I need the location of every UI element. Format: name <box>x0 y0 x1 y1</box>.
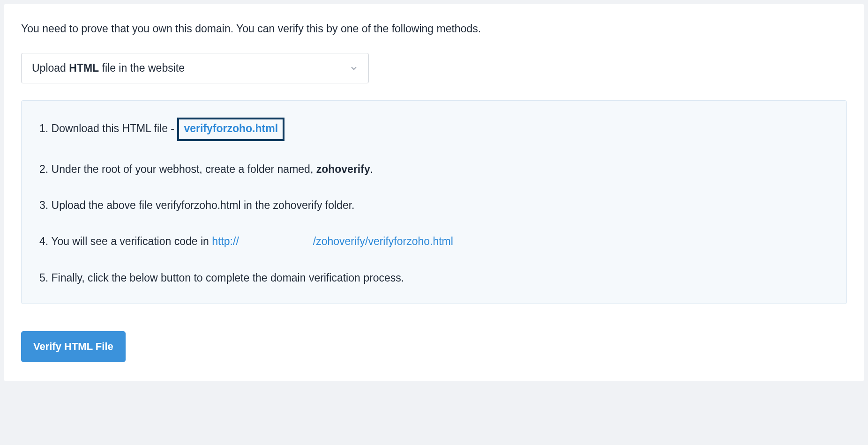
step-1-text: 1. Download this HTML file - <box>39 122 177 134</box>
dropdown-label-prefix: Upload <box>32 62 69 74</box>
step-2-prefix: 2. Under the root of your webhost, creat… <box>39 163 316 175</box>
chevron-down-icon <box>350 64 358 73</box>
verification-url-link[interactable]: http:///zohoverify/verifyforzoho.html <box>212 235 453 247</box>
step-1: 1. Download this HTML file - verifyforzo… <box>39 118 829 141</box>
url-protocol: http:// <box>212 235 239 247</box>
verify-button[interactable]: Verify HTML File <box>21 331 126 362</box>
step-2-suffix: . <box>370 163 373 175</box>
dropdown-label: Upload HTML file in the website <box>32 62 185 74</box>
step-4: 4. You will see a verification code in h… <box>39 234 829 249</box>
dropdown-label-suffix: file in the website <box>99 62 185 74</box>
instructions-box: 1. Download this HTML file - verifyforzo… <box>21 100 847 304</box>
verification-panel: You need to prove that you own this doma… <box>4 4 864 381</box>
verification-method-dropdown[interactable]: Upload HTML file in the website <box>21 53 369 83</box>
step-5: 5. Finally, click the below button to co… <box>39 270 829 286</box>
step-2: 2. Under the root of your webhost, creat… <box>39 162 829 177</box>
step-2-foldername: zohoverify <box>316 163 370 175</box>
dropdown-label-bold: HTML <box>69 62 99 74</box>
intro-text: You need to prove that you own this doma… <box>21 21 847 36</box>
step-4-prefix: 4. You will see a verification code in <box>39 235 212 247</box>
url-path: /zohoverify/verifyforzoho.html <box>313 235 453 247</box>
step-3: 3. Upload the above file verifyforzoho.h… <box>39 198 829 213</box>
download-file-link[interactable]: verifyforzoho.html <box>177 118 284 141</box>
